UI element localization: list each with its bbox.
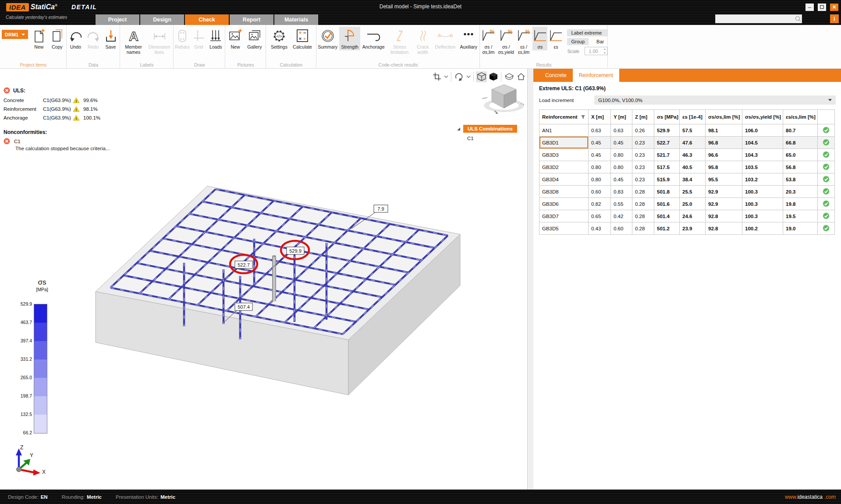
navigation-cube[interactable] (481, 81, 527, 118)
expander-icon[interactable]: ◢ (457, 127, 460, 131)
value-cell: 19.8 (783, 198, 818, 210)
value-cell: 95.5 (706, 173, 742, 186)
legend-band (34, 323, 47, 341)
tab-materials[interactable]: Materials (274, 14, 318, 25)
spinner-arrows[interactable]: ▲▼ (603, 48, 606, 54)
legend-tick: 265.0 (17, 375, 32, 380)
header-z[interactable]: Z [m] (632, 110, 654, 124)
result-sigma-lim-button[interactable]: % σs /σs,lim (480, 27, 497, 56)
section-view-button[interactable] (504, 71, 515, 82)
tab-report[interactable]: Report (230, 14, 273, 25)
group-toggle[interactable]: Group (567, 38, 589, 45)
copy-button[interactable]: Copy (49, 27, 66, 50)
rebars-button[interactable]: Rebars (174, 27, 191, 50)
table-row[interactable]: GB3D60.820.550.28501.625.092.9100.319.8 (539, 198, 835, 210)
gallery-button[interactable]: Gallery (245, 27, 264, 50)
3d-viewport[interactable]: 7.9 529.9 522.7 507.4 (0, 69, 528, 490)
table-row[interactable]: AN10.630.630.26529.957.598.1106.080.7 (539, 124, 835, 137)
result-sigma-button[interactable]: σs (532, 27, 547, 50)
table-row[interactable]: GB3D10.450.450.23522.747.696.8104.566.8 (539, 137, 835, 149)
new-picture-button[interactable]: New (227, 27, 244, 50)
member-names-button[interactable]: A Member names (121, 27, 146, 56)
nonconformity-item[interactable]: C1 (14, 139, 21, 144)
search-box[interactable] (715, 14, 802, 23)
value-cell: 0.23 (632, 173, 654, 186)
letter-a-icon: A (126, 28, 141, 44)
loads-icon (209, 28, 223, 43)
redo-button[interactable]: Redo (85, 27, 102, 50)
uls-combinations-label[interactable]: ULS Combinations (463, 125, 517, 133)
close-button[interactable]: ✕ (830, 4, 838, 11)
tab-reinforcement[interactable]: Reinforcement (573, 69, 619, 82)
table-row[interactable]: GB3D80.600.830.28501.825.592.9100.320.3 (539, 186, 835, 198)
load-increment-dropdown[interactable]: G100.0%, V100.0% (594, 95, 836, 105)
loads-button[interactable]: Loads (207, 27, 224, 50)
header-eps-lim[interactable]: εs/εs,lim [%] (783, 110, 818, 124)
minimize-button[interactable]: ─ (806, 4, 814, 11)
table-row[interactable]: GB3D30.450.800.23521.746.396.6104.365.0 (539, 149, 835, 161)
combination-item[interactable]: C1 (467, 136, 517, 141)
settings-button[interactable]: </> Settings (268, 27, 290, 50)
tab-project[interactable]: Project (96, 14, 139, 25)
anchorage-button[interactable]: Anchorage (361, 27, 386, 50)
save-button[interactable]: Save (103, 27, 119, 50)
ok-icon (823, 127, 830, 134)
solid-view-button[interactable] (488, 71, 499, 82)
tab-check[interactable]: Check (185, 14, 229, 25)
calculate-button[interactable]: +−×÷ Calculate (291, 27, 314, 50)
stress-limitation-button[interactable]: Stress limitation (387, 27, 412, 56)
result-eps-lim-button[interactable]: % εs /εs,lim (516, 27, 532, 56)
value-cell: 0.45 (589, 137, 611, 149)
scale-input[interactable]: 1.00 ▲▼ (585, 47, 607, 55)
crop-view-button[interactable] (431, 71, 442, 82)
deflection-button[interactable]: Deflection (433, 27, 458, 50)
dimension-lines-button[interactable]: Dimension lines (147, 27, 172, 56)
result-eps-button[interactable]: εs (548, 27, 563, 50)
strength-button[interactable]: Strength (339, 27, 360, 50)
tab-concrete[interactable]: Concrete (539, 69, 573, 82)
rotate-options-button[interactable] (465, 71, 471, 82)
result-graph-icon: % (481, 29, 496, 42)
undo-icon (69, 29, 82, 43)
value-cell: 0.65 (589, 210, 611, 222)
rotate-view-button[interactable] (454, 71, 465, 82)
summary-button[interactable]: Summary (317, 27, 338, 50)
table-row[interactable]: GB3D50.430.600.28501.223.992.8100.219.0 (539, 222, 835, 235)
maximize-button[interactable]: ☐ (818, 4, 826, 11)
anchor-cylinder[interactable] (272, 255, 276, 301)
svg-text:!: ! (76, 99, 77, 103)
header-eps[interactable]: εs [1e-4] (680, 110, 706, 124)
table-row[interactable]: GB3D70.650.420.28501.424.692.8100.319.5 (539, 210, 835, 222)
results-panel: Concrete Reinforcement Extreme ULS: C1 (… (533, 69, 841, 490)
search-input[interactable] (716, 16, 795, 21)
legend-tick: 132.5 (17, 412, 32, 417)
undo-button[interactable]: Undo (67, 27, 84, 50)
svg-text:A: A (129, 29, 138, 43)
tab-design[interactable]: Design (140, 14, 184, 25)
header-sigma-yield[interactable]: σs/σs,yield [%] (742, 110, 783, 124)
info-button[interactable]: i (830, 14, 839, 23)
bar-toggle[interactable]: Bar (596, 38, 605, 45)
home-view-button[interactable] (515, 71, 526, 82)
project-item-selector[interactable]: DRM1 (2, 30, 28, 39)
header-sigma[interactable]: σs [MPa] (654, 110, 680, 124)
value-cell: 0.28 (632, 186, 654, 198)
value-cell: 95.8 (706, 161, 742, 173)
header-x[interactable]: X [m] (589, 110, 611, 124)
header-y[interactable]: Y [m] (611, 110, 632, 124)
panel-splitter[interactable] (528, 69, 533, 490)
new-item-button[interactable]: New (30, 27, 47, 50)
table-row[interactable]: GB3D40.800.450.23515.938.495.5103.253.8 (539, 173, 835, 186)
header-reinforcement[interactable]: Reinforcement (539, 110, 589, 124)
wireframe-view-button[interactable] (476, 71, 487, 82)
header-sigma-lim[interactable]: σs/σs,lim [%] (706, 110, 742, 124)
grid-button[interactable]: Grid (192, 27, 206, 50)
table-row[interactable]: GB3D20.800.800.23517.540.595.8103.556.8 (539, 161, 835, 173)
crack-width-button[interactable]: Crack width (413, 27, 433, 56)
filter-icon[interactable] (581, 115, 586, 120)
label-extreme-toggle[interactable]: Label extreme (567, 29, 607, 36)
result-sigma-yield-button[interactable]: % σs /σs,yield (497, 27, 515, 56)
website-link[interactable]: www.ideastatica.com (785, 494, 836, 500)
auxiliary-button[interactable]: Auxiliary (458, 27, 479, 50)
crop-options-button[interactable] (443, 71, 449, 82)
